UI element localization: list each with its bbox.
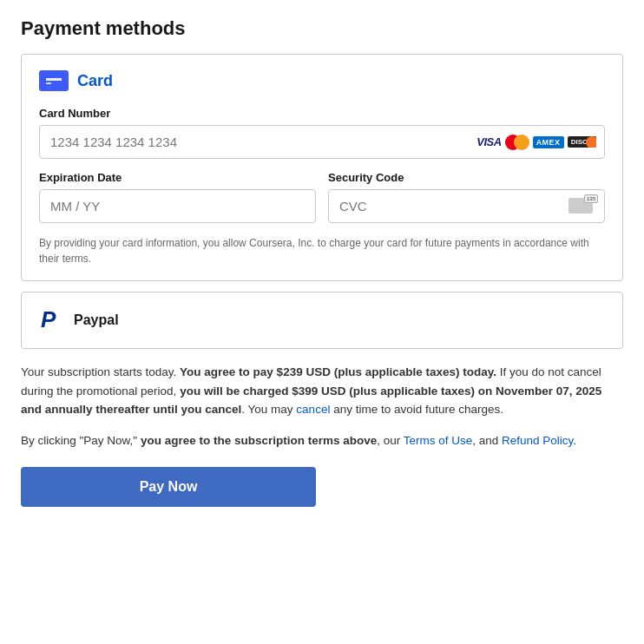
- cvc-icon: [568, 198, 596, 215]
- card-number-field: Card Number VISA AMEX DISCO: [39, 107, 605, 159]
- svg-rect-2: [46, 82, 51, 84]
- mastercard-logo: [505, 135, 529, 150]
- card-icon: [39, 70, 69, 91]
- svg-rect-1: [46, 78, 62, 81]
- svg-text:P: P: [41, 308, 56, 332]
- paypal-label: Paypal: [74, 312, 119, 328]
- terms-text: By clicking "Pay Now," you agree to the …: [21, 431, 623, 450]
- card-payment-section: Card Card Number VISA AMEX DISCO: [21, 54, 623, 281]
- card-number-label: Card Number: [39, 107, 605, 120]
- paypal-section[interactable]: P Paypal: [21, 292, 623, 349]
- expiration-label: Expiration Date: [39, 171, 316, 184]
- card-header: Card: [39, 70, 605, 91]
- amex-logo: AMEX: [533, 136, 564, 148]
- page-title: Payment methods: [21, 17, 623, 40]
- card-logos: VISA AMEX DISCO: [476, 135, 596, 150]
- refund-policy-link[interactable]: Refund Policy: [502, 434, 573, 447]
- card-label: Card: [77, 72, 113, 90]
- visa-logo: VISA: [476, 135, 501, 148]
- subscription-text: Your subscription starts today. You agre…: [21, 363, 623, 419]
- expiration-input[interactable]: [39, 189, 316, 223]
- consent-text: By providing your card information, you …: [39, 235, 605, 266]
- pay-now-button[interactable]: Pay Now: [21, 467, 316, 507]
- cvc-input[interactable]: [328, 189, 605, 223]
- discover-logo: DISCO: [568, 136, 596, 148]
- cancel-link[interactable]: cancel: [296, 403, 330, 416]
- terms-of-use-link[interactable]: Terms of Use: [404, 434, 473, 447]
- paypal-icon: P: [39, 308, 63, 332]
- expiration-field: Expiration Date: [39, 171, 316, 223]
- security-code-field: Security Code: [328, 171, 605, 223]
- security-code-label: Security Code: [328, 171, 605, 184]
